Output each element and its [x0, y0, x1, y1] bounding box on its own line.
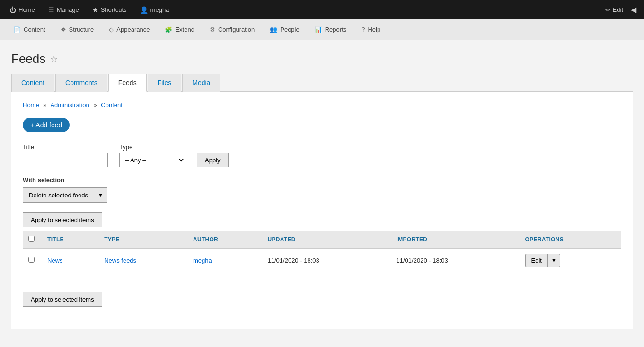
row-updated-cell: 11/01/2020 - 18:03 [262, 249, 391, 272]
content-icon: 📄 [13, 26, 21, 33]
manage-icon: ☰ [48, 6, 54, 14]
add-feed-button[interactable]: + Add feed [23, 118, 70, 132]
secondary-navigation: 📄 Content ❖ Structure ◇ Appearance 🧩 Ext… [0, 19, 644, 40]
configuration-icon: ⚙ [210, 26, 215, 33]
row-imported-cell: 11/01/2020 - 18:03 [391, 249, 520, 272]
edit-nav-item[interactable]: ✏ Edit [605, 6, 623, 13]
reports-icon: 📊 [315, 26, 322, 33]
table-header-row: TITLE TYPE AUTHOR UPDATED IMPORTED OPERA… [23, 231, 621, 249]
table-header-updated: UPDATED [262, 231, 391, 249]
sec-nav-extend[interactable]: 🧩 Extend [157, 19, 202, 40]
edit-icon: ✏ [605, 6, 610, 13]
sec-nav-content[interactable]: 📄 Content [6, 19, 53, 40]
bottom-apply-to-selected-button[interactable]: Apply to selected items [23, 292, 102, 307]
type-filter-label: Type [119, 143, 185, 151]
selection-row: Delete selected feeds ▼ [23, 187, 621, 203]
row-title-link[interactable]: News [47, 257, 63, 264]
sec-nav-appearance[interactable]: ◇ Appearance [101, 19, 157, 40]
tab-files[interactable]: Files [148, 74, 182, 92]
sec-nav-appearance-label: Appearance [116, 26, 150, 33]
selection-dropdown: Delete selected feeds ▼ [23, 187, 107, 203]
breadcrumb-content[interactable]: Content [101, 101, 123, 108]
favorite-star-icon[interactable]: ☆ [50, 54, 58, 64]
main-content: Feeds ☆ Content Comments Feeds Files Med… [0, 40, 644, 329]
row-checkbox[interactable] [28, 257, 35, 263]
sec-nav-structure-label: Structure [69, 26, 94, 33]
type-filter-field: Type – Any – [119, 143, 185, 167]
people-icon: 👥 [270, 26, 277, 33]
edit-label: Edit [613, 6, 623, 13]
sec-nav-structure[interactable]: ❖ Structure [53, 19, 102, 40]
sec-nav-extend-label: Extend [175, 26, 194, 33]
table-header-author: AUTHOR [187, 231, 262, 249]
tabs-container: Content Comments Feeds Files Media [11, 74, 633, 92]
table-row: News News feeds megha 11/01/2020 - 18:03… [23, 249, 621, 272]
row-edit-group: Edit ▼ [525, 254, 616, 267]
title-filter-label: Title [23, 143, 108, 151]
apply-filter-button[interactable]: Apply [197, 153, 229, 167]
home-icon: ⏻ [9, 6, 16, 14]
sec-nav-help[interactable]: ? Help [354, 19, 388, 40]
tab-comments[interactable]: Comments [55, 74, 107, 92]
content-area: Home » Administration » Content + Add fe… [11, 92, 633, 329]
table-body: News News feeds megha 11/01/2020 - 18:03… [23, 249, 621, 272]
row-edit-arrow[interactable]: ▼ [547, 254, 560, 267]
home-label: Home [18, 6, 35, 13]
sec-nav-configuration-label: Configuration [218, 26, 255, 33]
breadcrumb-admin[interactable]: Administration [50, 101, 89, 108]
sec-nav-reports[interactable]: 📊 Reports [307, 19, 354, 40]
table-header-type: TYPE [98, 231, 187, 249]
row-author-cell: megha [187, 249, 262, 272]
filter-form: Title Type – Any – Apply [23, 143, 621, 167]
row-checkbox-cell [23, 249, 42, 272]
select-all-checkbox[interactable] [28, 236, 35, 242]
table-header-checkbox [23, 231, 42, 249]
row-operations-cell: Edit ▼ [520, 249, 621, 272]
breadcrumb: Home » Administration » Content [23, 101, 621, 108]
title-filter-field: Title [23, 143, 108, 167]
manage-nav-item[interactable]: ☰ Manage [43, 0, 85, 19]
shortcuts-label: Shortcuts [101, 6, 127, 13]
shortcuts-nav-item[interactable]: ★ Shortcuts [87, 0, 132, 19]
feeds-table: TITLE TYPE AUTHOR UPDATED IMPORTED OPERA… [23, 231, 621, 272]
table-bottom-divider [23, 280, 621, 280]
sec-nav-configuration[interactable]: ⚙ Configuration [202, 19, 262, 40]
tab-media[interactable]: Media [182, 74, 220, 92]
sec-nav-content-label: Content [24, 26, 45, 33]
row-author-link[interactable]: megha [193, 257, 212, 264]
user-icon: 👤 [140, 6, 148, 14]
delete-selected-button[interactable]: Delete selected feeds [23, 187, 94, 203]
home-nav-item[interactable]: ⏻ Home [4, 0, 41, 19]
sec-nav-help-label: Help [368, 26, 380, 33]
table-header-imported: IMPORTED [391, 231, 520, 249]
row-edit-button[interactable]: Edit [525, 254, 547, 267]
tab-content[interactable]: Content [11, 74, 54, 92]
appearance-icon: ◇ [109, 26, 114, 33]
sec-nav-reports-label: Reports [325, 26, 347, 33]
breadcrumb-sep-1: » [43, 101, 46, 108]
page-title-row: Feeds ☆ [11, 52, 633, 66]
tab-feeds[interactable]: Feeds [108, 74, 147, 92]
extend-icon: 🧩 [165, 26, 172, 33]
structure-icon: ❖ [61, 26, 66, 33]
shortcuts-icon: ★ [92, 6, 98, 14]
type-filter-select[interactable]: – Any – [119, 153, 185, 167]
table-header: TITLE TYPE AUTHOR UPDATED IMPORTED OPERA… [23, 231, 621, 249]
delete-selected-arrow[interactable]: ▼ [94, 187, 107, 203]
table-header-operations: OPERATIONS [520, 231, 621, 249]
manage-label: Manage [57, 6, 79, 13]
row-type-cell: News feeds [98, 249, 187, 272]
user-label: megha [150, 6, 169, 13]
apply-to-selected-button[interactable]: Apply to selected items [23, 212, 102, 227]
user-nav-item[interactable]: 👤 megha [134, 0, 175, 19]
page-title: Feeds [11, 52, 45, 66]
title-filter-input[interactable] [23, 153, 108, 167]
sec-nav-people[interactable]: 👥 People [262, 19, 307, 40]
breadcrumb-home[interactable]: Home [23, 101, 39, 108]
breadcrumb-sep-2: » [93, 101, 97, 108]
with-selection-label: With selection [23, 177, 621, 184]
with-selection-section: With selection Delete selected feeds ▼ A… [23, 177, 621, 227]
collapse-button[interactable]: ◀ [627, 5, 640, 14]
row-type-link[interactable]: News feeds [104, 257, 136, 264]
top-navigation: ⏻ Home ☰ Manage ★ Shortcuts 👤 megha ✏ Ed… [0, 0, 644, 19]
